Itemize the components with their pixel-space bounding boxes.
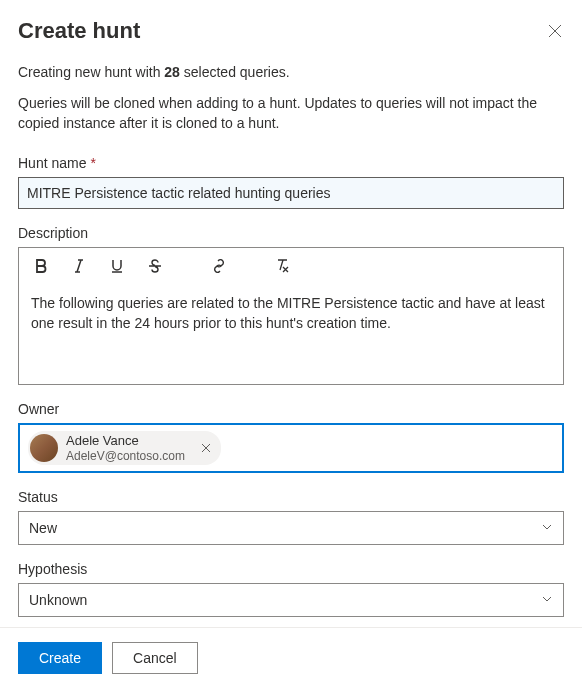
underline-button[interactable]	[107, 256, 127, 276]
clear-format-icon	[275, 259, 291, 273]
close-icon	[201, 443, 211, 453]
page-title: Create hunt	[18, 18, 140, 44]
italic-icon	[72, 259, 86, 273]
strikethrough-icon	[148, 259, 162, 273]
persona-email: AdeleV@contoso.com	[66, 449, 185, 463]
description-editor: The following queries are related to the…	[18, 247, 564, 385]
strikethrough-button[interactable]	[145, 256, 165, 276]
close-icon	[548, 24, 562, 38]
hypothesis-value: Unknown	[29, 592, 87, 608]
cancel-button[interactable]: Cancel	[112, 642, 198, 674]
owner-persona-chip: Adele Vance AdeleV@contoso.com	[28, 431, 221, 465]
create-button[interactable]: Create	[18, 642, 102, 674]
hypothesis-select[interactable]: Unknown	[18, 583, 564, 617]
persona-name: Adele Vance	[66, 433, 185, 449]
chevron-down-icon	[541, 520, 553, 536]
description-content[interactable]: The following queries are related to the…	[19, 284, 563, 384]
bold-icon	[34, 259, 48, 273]
status-value: New	[29, 520, 57, 536]
owner-label: Owner	[18, 401, 564, 417]
chevron-down-icon	[541, 592, 553, 608]
hunt-name-input[interactable]	[18, 177, 564, 209]
avatar	[30, 434, 58, 462]
clear-format-button[interactable]	[273, 256, 293, 276]
status-label: Status	[18, 489, 564, 505]
intro-prefix: Creating new hunt with	[18, 64, 164, 80]
status-select[interactable]: New	[18, 511, 564, 545]
intro-text: Creating new hunt with 28 selected queri…	[18, 64, 564, 80]
hunt-name-label: Hunt name *	[18, 155, 564, 171]
link-button[interactable]	[209, 256, 229, 276]
italic-button[interactable]	[69, 256, 89, 276]
bold-button[interactable]	[31, 256, 51, 276]
intro-count: 28	[164, 64, 180, 80]
underline-icon	[110, 259, 124, 273]
owner-input[interactable]: Adele Vance AdeleV@contoso.com	[18, 423, 564, 473]
close-button[interactable]	[546, 22, 564, 40]
link-icon	[212, 259, 226, 273]
footer: Create Cancel	[0, 627, 582, 674]
editor-toolbar	[19, 248, 563, 284]
intro-suffix: selected queries.	[180, 64, 290, 80]
required-mark: *	[90, 155, 95, 171]
info-text: Queries will be cloned when adding to a …	[18, 94, 564, 133]
description-label: Description	[18, 225, 564, 241]
remove-owner-button[interactable]	[201, 443, 211, 453]
hypothesis-label: Hypothesis	[18, 561, 564, 577]
hunt-name-label-text: Hunt name	[18, 155, 86, 171]
